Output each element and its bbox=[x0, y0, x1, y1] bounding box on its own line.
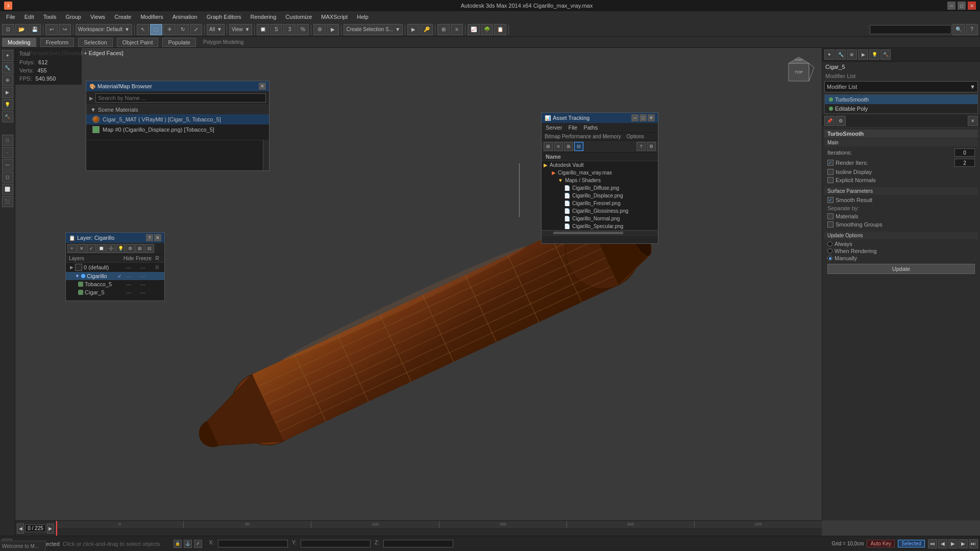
snap3d-btn[interactable]: 3 bbox=[283, 24, 296, 35]
create-panel-icon[interactable]: ✦ bbox=[824, 49, 835, 60]
lw-help-btn[interactable]: ? bbox=[146, 234, 153, 241]
prev-key-btn[interactable]: ⏮ bbox=[928, 539, 937, 548]
hierarchy-btn[interactable]: ⊕ bbox=[2, 74, 13, 86]
scale-btn[interactable]: ⤢ bbox=[190, 24, 202, 35]
render-iters-checkbox[interactable] bbox=[827, 160, 834, 166]
menu-graph-editors[interactable]: Graph Editors bbox=[203, 13, 246, 21]
modifier-turbosmooth[interactable]: TurboSmooth bbox=[825, 95, 977, 104]
at-expand-btn[interactable]: ⊞ bbox=[544, 142, 553, 151]
at-minimize-btn[interactable]: ─ bbox=[631, 114, 639, 121]
always-radio[interactable] bbox=[827, 241, 832, 246]
key-btn[interactable]: 🔑 bbox=[421, 24, 433, 35]
at-node-vault[interactable]: ▶ Autodesk Vault bbox=[542, 161, 658, 169]
mb-close-btn[interactable]: ✕ bbox=[259, 83, 266, 90]
at-menu-server[interactable]: Server bbox=[545, 124, 563, 131]
navigation-cube[interactable]: TOP Front bbox=[781, 53, 817, 89]
menu-create[interactable]: Create bbox=[110, 13, 135, 21]
layer-manager-btn[interactable]: 📋 bbox=[494, 24, 506, 35]
menu-tools[interactable]: Tools bbox=[39, 13, 61, 21]
menu-rendering[interactable]: Rendering bbox=[247, 13, 281, 21]
utils-panel-icon[interactable]: 🔨 bbox=[880, 49, 891, 60]
layer-scrollbar[interactable] bbox=[66, 296, 164, 300]
maximize-button[interactable]: □ bbox=[958, 2, 966, 10]
border-btn[interactable]: ◻ bbox=[2, 171, 13, 183]
utilities-btn[interactable]: 🔨 bbox=[2, 111, 13, 122]
window-controls[interactable]: ─ □ ✕ bbox=[947, 2, 976, 10]
tab-selection[interactable]: Selection bbox=[78, 38, 112, 47]
snap-btn[interactable]: 🔲 bbox=[257, 24, 269, 35]
at-menu-paths[interactable]: Paths bbox=[582, 124, 599, 131]
motion-panel-icon[interactable]: ▶ bbox=[858, 49, 868, 60]
render-iters-input[interactable] bbox=[954, 159, 975, 167]
all-dropdown[interactable]: All ▼ bbox=[207, 24, 225, 35]
del-modifier-btn[interactable]: ✕ bbox=[968, 116, 978, 126]
at-node-specular[interactable]: 📄 Cigarillo_Specular.png bbox=[542, 222, 658, 230]
minimize-button[interactable]: ─ bbox=[947, 2, 955, 10]
lw-del-btn[interactable]: ✕ bbox=[77, 244, 86, 253]
next-frame-btn2[interactable]: ▶ bbox=[959, 539, 968, 548]
mat-item-cigar5[interactable]: Cigar_5_MAT ( VRayMtl ) [Cigar_5, Tobacc… bbox=[86, 114, 269, 124]
configure-btn[interactable]: ⚙ bbox=[836, 116, 846, 126]
create-selection-dropdown[interactable]: Create Selection S... ▼ bbox=[344, 24, 403, 35]
modifier-dropdown[interactable]: Modifier List ▼ bbox=[824, 81, 978, 92]
play-btn2[interactable]: ▶ bbox=[948, 539, 958, 548]
search-btn[interactable]: 🔍 bbox=[952, 24, 965, 35]
lw-add-sel-btn[interactable]: ➕ bbox=[106, 244, 115, 253]
layer-check-default[interactable] bbox=[75, 264, 82, 271]
asset-tracking-scrollbar[interactable] bbox=[542, 230, 658, 235]
move-btn[interactable]: ✛ bbox=[163, 24, 176, 35]
next-key-btn[interactable]: ⏭ bbox=[969, 539, 978, 548]
scale-icon[interactable]: ⤢ bbox=[194, 540, 202, 548]
open-btn[interactable]: 📂 bbox=[15, 24, 28, 35]
layer-row-tobacco[interactable]: Tobacco_5 — — bbox=[66, 280, 164, 288]
at-detail-btn[interactable]: ⊟ bbox=[574, 142, 583, 151]
isoline-checkbox[interactable] bbox=[827, 169, 834, 175]
render-setup-btn[interactable]: ⚙ bbox=[313, 24, 326, 35]
at-close-btn[interactable]: ✕ bbox=[648, 114, 655, 121]
lw-activate-btn[interactable]: ✓ bbox=[87, 244, 96, 253]
at-node-fresnel[interactable]: 📄 Cigarillo_Fresnel.png bbox=[542, 199, 658, 207]
modify-panel-icon[interactable]: 🔧 bbox=[836, 49, 846, 60]
lw-close-btn[interactable]: ✕ bbox=[154, 234, 161, 241]
auto-key-btn[interactable]: Auto Key bbox=[867, 540, 895, 547]
materials-checkbox[interactable] bbox=[827, 213, 834, 219]
tab-freeform[interactable]: Freeform bbox=[40, 38, 75, 47]
tab-object-paint[interactable]: Object Paint bbox=[117, 38, 159, 47]
at-list-btn[interactable]: ≡ bbox=[554, 142, 563, 151]
menu-animation[interactable]: Animation bbox=[168, 13, 202, 21]
anchor-icon[interactable]: ⚓ bbox=[184, 540, 192, 548]
polygon-btn[interactable]: ⬜ bbox=[2, 184, 13, 195]
lw-expand-btn[interactable]: ⊞ bbox=[135, 244, 144, 253]
play-btn[interactable]: ▶ bbox=[407, 24, 420, 35]
at-node-diffuse[interactable]: 📄 Cigarillo_Diffuse.png bbox=[542, 184, 658, 192]
at-maximize-btn[interactable]: □ bbox=[640, 114, 647, 121]
layer-row-cigar5[interactable]: Cigar_5 — — bbox=[66, 288, 164, 296]
modifier-editable-poly[interactable]: Editable Poly bbox=[825, 104, 977, 113]
layer-row-default[interactable]: ▶ 0 (default) — — R bbox=[66, 263, 164, 272]
lock-icon[interactable]: 🔒 bbox=[174, 540, 182, 548]
edge-btn[interactable]: — bbox=[2, 159, 13, 170]
z-coord-input[interactable] bbox=[383, 540, 453, 547]
lw-highlight-btn[interactable]: 💡 bbox=[116, 244, 125, 253]
percent-snap-btn[interactable]: % bbox=[297, 24, 309, 35]
at-options-btn[interactable]: ⚙ bbox=[647, 142, 656, 151]
at-node-maps[interactable]: ▼ Maps / Shaders bbox=[542, 177, 658, 184]
select-region-btn[interactable]: ⬚ bbox=[150, 24, 162, 35]
quick-render-btn[interactable]: ▶ bbox=[327, 24, 339, 35]
display-panel-icon[interactable]: 💡 bbox=[869, 49, 879, 60]
layer-row-cigarillo[interactable]: ▼ Cigarillo ✓ — — bbox=[66, 272, 164, 280]
save-btn[interactable]: 💾 bbox=[29, 24, 41, 35]
mat-search-input[interactable] bbox=[95, 93, 266, 103]
at-node-normal[interactable]: 📄 Cigarillo_Normal.png bbox=[542, 215, 658, 222]
workspace-dropdown[interactable]: Workspace: Default ▼ bbox=[76, 24, 132, 35]
timeline-track[interactable]: 0 50 100 150 200 225 bbox=[56, 521, 822, 536]
menu-views[interactable]: Views bbox=[86, 13, 109, 21]
view-dropdown[interactable]: View ▼ bbox=[229, 24, 252, 35]
x-coord-input[interactable] bbox=[218, 540, 288, 547]
lw-select-objs-btn[interactable]: 🔲 bbox=[96, 244, 106, 253]
menu-help[interactable]: Help bbox=[353, 13, 373, 21]
undo-btn[interactable]: ↩ bbox=[45, 24, 58, 35]
tab-populate[interactable]: Populate bbox=[162, 38, 195, 47]
create-panel-btn[interactable]: ✦ bbox=[2, 50, 13, 61]
menu-group[interactable]: Group bbox=[61, 13, 85, 21]
